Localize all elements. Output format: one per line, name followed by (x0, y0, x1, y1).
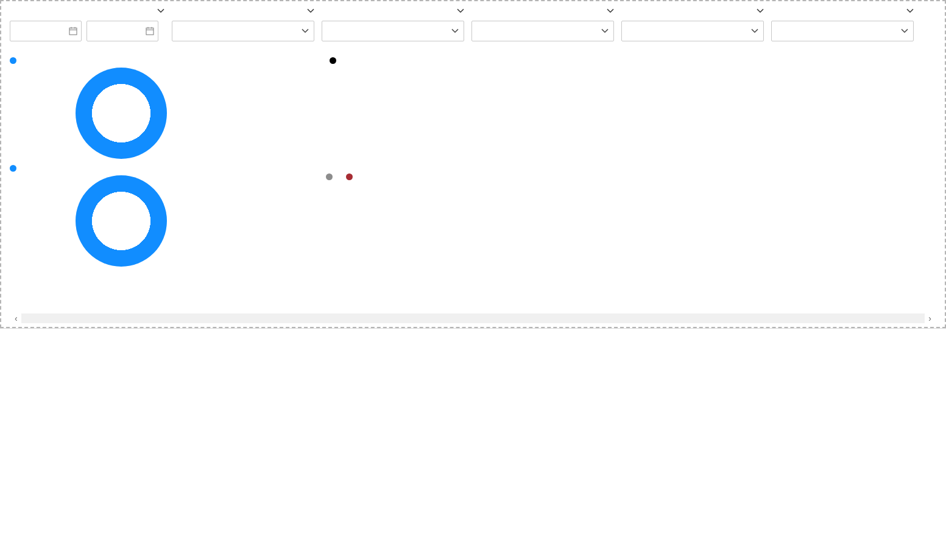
flow-exceptions-detail-visual[interactable]: ‹ › (1, 301, 945, 327)
th-rule[interactable] (9, 301, 103, 311)
chevron-down-icon (451, 27, 459, 35)
filter-environment (168, 5, 318, 41)
legend-swatch-icon (330, 57, 336, 64)
failure-rate-by-type-visual[interactable] (326, 173, 940, 295)
frt-chart (326, 183, 898, 292)
filter-date (6, 5, 168, 41)
legend-swatch-icon (10, 165, 16, 172)
total-exceptions-by-rule-visual[interactable] (6, 165, 326, 267)
chevron-down-icon[interactable] (607, 7, 614, 15)
th-mode[interactable] (755, 301, 816, 311)
exceptions-rule-donut (76, 175, 167, 267)
date-to-input[interactable] (86, 21, 158, 41)
desktop-flow-name-select[interactable] (621, 21, 764, 41)
scroll-right-icon[interactable]: › (925, 313, 935, 323)
scroll-left-icon[interactable]: ‹ (11, 313, 21, 323)
legend-swatch-icon (346, 173, 353, 180)
scroll-track[interactable] (21, 313, 925, 323)
filter-exception-rule (318, 5, 468, 41)
th-host[interactable] (672, 301, 755, 311)
chevron-down-icon (601, 27, 609, 35)
th-code[interactable] (310, 301, 475, 311)
legend-swatch-icon (10, 57, 16, 64)
page-tabs (0, 328, 946, 329)
th-time[interactable] (816, 301, 928, 311)
chevron-down-icon[interactable] (307, 7, 314, 15)
th-extra[interactable] (928, 301, 937, 311)
detail-table (9, 301, 937, 312)
chevron-down-icon[interactable] (457, 7, 464, 15)
th-desktop[interactable] (219, 301, 310, 311)
chevron-down-icon[interactable] (157, 7, 164, 15)
th-msg[interactable] (475, 301, 672, 311)
filter-desktop-flow-name (618, 5, 768, 41)
calendar-icon (146, 27, 154, 35)
filters-row (1, 1, 945, 45)
th-cloud[interactable] (103, 301, 219, 311)
chevron-down-icon (901, 27, 908, 35)
date-from-input[interactable] (10, 21, 82, 41)
table-header-row (9, 301, 937, 311)
host-name-select[interactable] (771, 21, 914, 41)
chevron-down-icon (302, 27, 309, 35)
chevron-down-icon[interactable] (906, 7, 914, 15)
exceptions-by-month-visual[interactable] (326, 57, 940, 167)
ebm-chart (326, 68, 898, 165)
table-horizontal-scrollbar[interactable]: ‹ › (9, 312, 937, 327)
calendar-icon (69, 27, 77, 35)
legend-swatch-icon (326, 173, 333, 180)
status-overall-visual[interactable] (6, 57, 326, 159)
svg-rect-4 (146, 28, 154, 35)
chevron-down-icon (751, 27, 758, 35)
filter-cloud-flow-name (468, 5, 618, 41)
cloud-flow-name-select[interactable] (471, 21, 614, 41)
svg-rect-0 (69, 28, 77, 35)
status-donut (76, 68, 167, 159)
chevron-down-icon[interactable] (757, 7, 764, 15)
exception-rule-select[interactable] (322, 21, 464, 41)
filter-host-name (768, 5, 917, 41)
environment-select[interactable] (172, 21, 314, 41)
